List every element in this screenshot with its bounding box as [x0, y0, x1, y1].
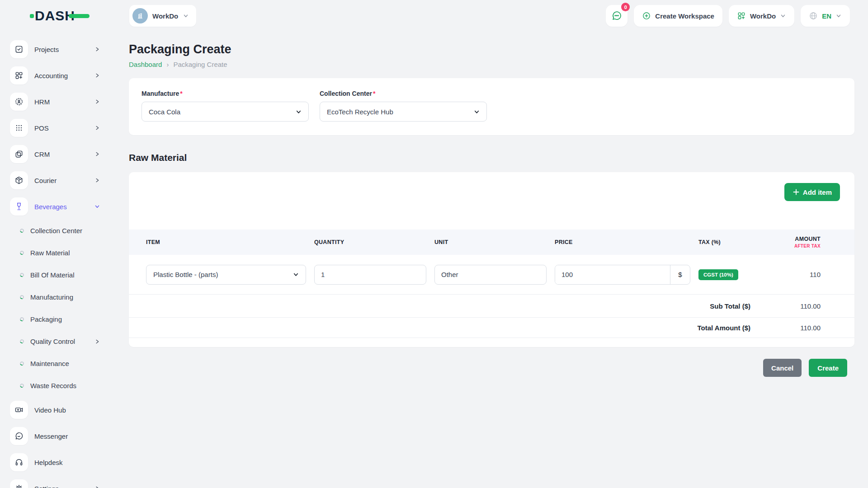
language-label: EN [822, 12, 831, 20]
sidebar-item-beverages[interactable]: Beverages [0, 193, 122, 220]
subtotal-row: Sub Total ($) 110.00 [129, 294, 854, 317]
bullet-icon [19, 317, 25, 322]
total-amount-row: Total Amount ($) 110.00 [129, 317, 854, 338]
table-header-row: ITEM QUANTITY UNIT PRICE TAX (%) AMOUNT … [129, 230, 854, 255]
required-asterisk: * [373, 90, 375, 97]
item-select[interactable]: Plastic Bottle - (parts) [146, 265, 306, 285]
topbar: DASH WorkDo 0 Create Workspace [0, 0, 868, 32]
sidebar-item-label: Settings [34, 485, 59, 488]
sidebar-item-courier[interactable]: Courier [0, 167, 122, 193]
sidebar-item-video-hub[interactable]: Video Hub [0, 397, 122, 423]
quantity-input[interactable] [314, 265, 426, 285]
chevron-right-icon [94, 151, 100, 157]
sidebar-item-settings[interactable]: Settings [0, 475, 122, 488]
price-input[interactable] [555, 265, 670, 284]
sidebar-item-label: Accounting [34, 72, 68, 80]
breadcrumb: Dashboard › Packaging Create [129, 61, 854, 68]
sidebar-item-helpdesk[interactable]: Helpdesk [0, 449, 122, 475]
sidebar-subitem-label: Collection Center [30, 227, 82, 235]
item-selected-value: Plastic Bottle - (parts) [153, 271, 218, 278]
workdo-menu-label: WorkDo [750, 12, 776, 20]
bullet-icon [19, 272, 25, 278]
workspace-selector[interactable]: WorkDo [129, 5, 196, 27]
chevron-right-icon [94, 177, 100, 183]
collection-center-select[interactable]: EcoTech Recycle Hub [320, 102, 487, 122]
sidebar-subitem-packaging[interactable]: Packaging [0, 308, 122, 330]
column-header-amount: AMOUNT AFTER TAX [789, 236, 821, 249]
plus-icon [793, 188, 800, 196]
price-input-group: $ [555, 265, 690, 285]
breadcrumb-current: Packaging Create [173, 61, 227, 68]
main-content: Packaging Create Dashboard › Packaging C… [122, 32, 868, 488]
bullet-icon [19, 339, 25, 344]
sidebar-subitem-collection-center[interactable]: Collection Center [0, 220, 122, 242]
packaging-form-card: Manufacture* Coca Cola Collection Center… [129, 78, 854, 135]
sidebar-subitem-label: Packaging [30, 315, 62, 323]
tax-badge: CGST (10%) [698, 269, 738, 280]
create-button[interactable]: Create [809, 359, 847, 377]
sidebar-item-label: Projects [34, 46, 59, 53]
sidebar-item-label: Helpdesk [34, 459, 63, 466]
sidebar-item-projects[interactable]: Projects [0, 36, 122, 62]
sidebar-subitem-manufacturing[interactable]: Manufacturing [0, 286, 122, 308]
sidebar-item-crm[interactable]: CRM [0, 141, 122, 167]
collection-center-label: Collection Center* [320, 90, 487, 97]
sidebar-item-hrm[interactable]: HRM [0, 89, 122, 115]
required-asterisk: * [180, 90, 182, 97]
sidebar-subitem-maintenance[interactable]: Maintenance [0, 352, 122, 375]
chevron-down-icon [295, 108, 302, 115]
column-header-tax: TAX (%) [698, 239, 789, 245]
bullet-icon [19, 383, 25, 389]
subtotal-label: Sub Total ($) [710, 302, 750, 310]
collection-center-group: Collection Center* EcoTech Recycle Hub [320, 90, 487, 122]
sidebar-item-label: Messenger [34, 432, 68, 440]
add-item-button[interactable]: Add item [784, 183, 840, 201]
sidebar-item-label: Courier [34, 177, 57, 184]
create-workspace-button[interactable]: Create Workspace [634, 5, 722, 27]
grid-plus-icon [737, 11, 746, 20]
globe-icon [809, 11, 818, 20]
create-workspace-label: Create Workspace [655, 12, 714, 20]
plus-circle-icon [642, 11, 651, 20]
sidebar-item-accounting[interactable]: Accounting [0, 62, 122, 89]
currency-addon: $ [670, 265, 690, 284]
bullet-icon [19, 228, 25, 234]
chevron-down-icon [292, 271, 299, 278]
column-header-quantity: QUANTITY [314, 239, 434, 245]
sidebar-item-messenger[interactable]: Messenger [0, 423, 122, 449]
sidebar-item-label: Beverages [34, 203, 67, 211]
sidebar-subitem-quality-control[interactable]: Quality Control [0, 330, 122, 352]
chevron-right-icon [94, 46, 100, 52]
messenger-icon [10, 427, 28, 445]
accounting-icon [10, 66, 28, 84]
chat-badge: 0 [621, 3, 630, 11]
sidebar-item-label: HRM [34, 98, 50, 106]
bullet-icon [19, 361, 25, 366]
manufacture-label: Manufacture* [142, 90, 309, 97]
sidebar-subitem-waste-records[interactable]: Waste Records [0, 375, 122, 397]
sidebar-subitem-label: Bill Of Material [30, 271, 75, 279]
table-row: Plastic Bottle - (parts) $ [129, 255, 854, 294]
raw-material-heading: Raw Material [129, 152, 854, 163]
sidebar-subitem-label: Maintenance [30, 360, 69, 367]
total-amount-value: 110.00 [750, 324, 821, 332]
manufacture-select[interactable]: Coca Cola [142, 102, 309, 122]
breadcrumb-dashboard-link[interactable]: Dashboard [129, 61, 162, 68]
sidebar-item-pos[interactable]: POS [0, 115, 122, 141]
dash-logo[interactable]: DASH [30, 9, 90, 23]
workdo-menu-button[interactable]: WorkDo [729, 5, 794, 27]
sidebar-subitem-label: Waste Records [30, 382, 76, 389]
page-title: Packaging Create [129, 42, 854, 56]
sidebar-item-label: CRM [34, 150, 50, 158]
language-selector[interactable]: EN [801, 5, 850, 27]
cancel-button[interactable]: Cancel [763, 359, 802, 377]
sidebar-subitem-raw-material[interactable]: Raw Material [0, 242, 122, 264]
chat-button[interactable]: 0 [606, 5, 627, 27]
form-actions: Cancel Create [129, 359, 854, 377]
pos-icon [10, 119, 28, 137]
column-header-item: ITEM [146, 239, 314, 245]
sidebar-subitem-bill-of-material[interactable]: Bill Of Material [0, 264, 122, 286]
chevron-down-icon [473, 108, 480, 115]
workspace-name: WorkDo [152, 12, 178, 20]
unit-input[interactable] [434, 265, 547, 285]
